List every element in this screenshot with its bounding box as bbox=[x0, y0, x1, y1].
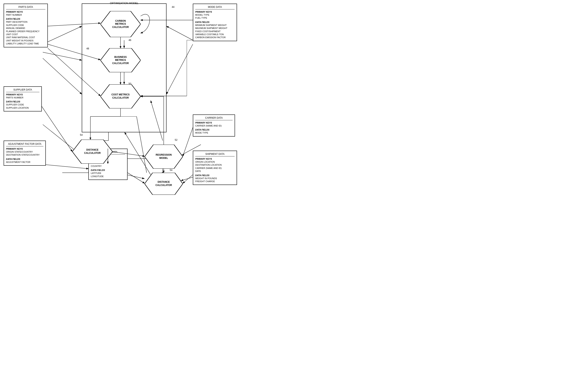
cost-metrics-label: COST METRICSCALCULATOR bbox=[112, 93, 130, 99]
shipment-data-box: SHIPMENT DATA PRIMARY KEYS ORIGIN LOCATI… bbox=[193, 151, 237, 185]
svg-line-3 bbox=[43, 26, 82, 44]
shipment-pk-3: CARRIER (NAME AND ID) bbox=[195, 167, 235, 170]
mode-df-label: DATA FIELDS bbox=[195, 21, 235, 23]
label-54b: 54 bbox=[170, 169, 172, 171]
svg-line-44 bbox=[46, 165, 88, 169]
shipment-df-label: DATA FIELDS bbox=[195, 174, 235, 177]
supplier-data-box: SUPPLIER DATA PRIMARY KEYS PARTS NUMBER … bbox=[4, 86, 42, 112]
parts-primary-keys-label: PRIMARY KEYS bbox=[6, 11, 45, 13]
shipment-pk-2: DESTINATION LOCATION bbox=[195, 164, 235, 167]
mode-data-title: MODE DATA bbox=[195, 6, 235, 9]
label-46: 46 bbox=[128, 39, 131, 42]
location-df-label: DATA FIELDS bbox=[91, 169, 125, 171]
business-metrics-label: BUSINESSMETRICSCALCULATOR bbox=[112, 56, 129, 65]
parts-df-3: ANNUAL DEMAND bbox=[6, 27, 45, 30]
diagram: PARTS DATA PRIMARY KEYS PART NUMBER DATA… bbox=[0, 0, 282, 196]
svg-line-18 bbox=[151, 100, 163, 140]
location-df-1: LATITUDE bbox=[91, 172, 125, 175]
svg-line-4 bbox=[43, 52, 82, 60]
carrier-df-label: DATA FIELDS bbox=[195, 128, 233, 131]
parts-df-7: UNIT WEIGHT IN POUNDS bbox=[6, 39, 45, 42]
carbon-metrics-label: CARBONMETRICSCALCULATOR bbox=[112, 19, 129, 29]
adjustment-pk-2: DESTINATION STATE/COUNTRY bbox=[6, 154, 43, 156]
regression-model-hexagon: REGRESSIONMODEL bbox=[145, 145, 183, 169]
shipment-df-2: FREIGHT CHARGE bbox=[195, 180, 235, 183]
svg-line-5 bbox=[43, 58, 82, 94]
cost-metrics-hexagon: COST METRICSCALCULATOR bbox=[100, 84, 141, 109]
parts-df-5: UNIT COST bbox=[6, 33, 45, 36]
parts-df-6: UNIT RAW MATERIAL COST bbox=[6, 36, 45, 39]
svg-line-42 bbox=[42, 106, 72, 152]
mode-pk-2: FUEL TYPE bbox=[195, 16, 235, 19]
label-44: 44 bbox=[172, 6, 174, 8]
supplier-df-2: SUPPLIER LOCATION bbox=[6, 106, 39, 110]
parts-pk-1: PART NUMBER bbox=[6, 14, 45, 16]
supplier-df-label: DATA FIELDS bbox=[6, 100, 39, 103]
adjustment-df-1: ADJUSTMENT FACTOR bbox=[6, 161, 43, 164]
parts-data-fields-label: DATA FIELDS bbox=[6, 18, 45, 20]
parts-data-box: PARTS DATA PRIMARY KEYS PART NUMBER DATA… bbox=[4, 4, 48, 47]
svg-line-46 bbox=[183, 127, 193, 156]
parts-df-4: PLANNED ORDER FREQUENCY bbox=[6, 30, 45, 33]
svg-line-8 bbox=[166, 26, 193, 40]
business-metrics-hexagon: BUSINESSMETRICSCALCULATOR bbox=[100, 48, 141, 72]
shipment-pk-4: DATE bbox=[195, 170, 235, 173]
optimization-model-title: OPTIMIZATION MODEL bbox=[82, 2, 166, 5]
supplier-df-1: SUPPLIER CODE bbox=[6, 103, 39, 106]
adjustment-factor-box: ADJUSTMENT FACTOR DATA PRIMARY KEYS ORIG… bbox=[4, 140, 46, 166]
adjustment-df-label: DATA FIELDS bbox=[6, 158, 43, 160]
svg-line-32 bbox=[48, 48, 100, 96]
svg-line-31 bbox=[48, 44, 100, 60]
mode-df-3: FIXED COST/SHIPMENT bbox=[195, 30, 235, 33]
mode-df-4: VARIABLE COST/MILE-TON bbox=[195, 33, 235, 36]
svg-line-20 bbox=[127, 175, 145, 179]
distance-calc-2-label: DISTANCECALCULATOR bbox=[155, 181, 172, 187]
parts-df-1: PART DESCRIPTION bbox=[6, 20, 45, 24]
carbon-metrics-hexagon: CARBONMETRICSCALCULATOR bbox=[100, 11, 141, 37]
mode-pk-1: MODEL TYPE bbox=[195, 14, 235, 16]
svg-line-9 bbox=[166, 44, 193, 94]
location-df-2: LONGITUDE bbox=[91, 175, 125, 178]
adjustment-title: ADJUSTMENT FACTOR DATA bbox=[6, 143, 43, 146]
regression-model-label: REGRESSIONMODEL bbox=[156, 154, 172, 160]
parts-df-2: SUPPLIER CODE bbox=[6, 24, 45, 27]
adjustment-pk-label: PRIMARY KEYS bbox=[6, 148, 43, 150]
supplier-pk-1: PARTS NUMBER bbox=[6, 96, 39, 99]
mode-df-1: MINIMUM SHIPMENT WEIGHT bbox=[195, 24, 235, 27]
carrier-data-box: CARRIER DATA PRIMARY KEYS CARRIER (NAME … bbox=[193, 114, 235, 137]
distance-calc-1-label: DISTANCECALCULATOR bbox=[84, 148, 101, 155]
carrier-title: CARRIER DATA bbox=[195, 116, 233, 120]
supplier-data-title: SUPPLIER DATA bbox=[6, 88, 39, 92]
location-pk-3: COUNTRY bbox=[91, 165, 125, 168]
shipment-pk-label: PRIMARY KEYS bbox=[195, 158, 235, 160]
svg-line-50 bbox=[127, 173, 145, 183]
label-54a: 54 bbox=[80, 134, 83, 136]
shipment-df-1: WEIGHT IN POUNDS bbox=[195, 177, 235, 180]
mode-pk-label: PRIMARY KEYS bbox=[195, 11, 235, 13]
parts-data-title: PARTS DATA bbox=[6, 6, 45, 9]
parts-df-8: LIABILITY LIABILITY LEAD TIME bbox=[6, 42, 45, 45]
distance-calc-1-hexagon: DISTANCECALCULATOR bbox=[72, 140, 113, 164]
mode-df-2: MAXIMUM SHIPMENT WEIGHT bbox=[195, 27, 235, 30]
supplier-pk-label: PRIMARY KEYS bbox=[6, 93, 39, 96]
carrier-pk-1: CARRIER (NAME AND ID) bbox=[195, 124, 233, 127]
mode-df-5: CARBON EMISSION FACTOR bbox=[195, 36, 235, 39]
shipment-title: SHIPMENT DATA bbox=[195, 153, 235, 156]
distance-calc-2-hexagon: DISTANCECALCULATOR bbox=[145, 173, 183, 195]
label-52: 52 bbox=[175, 139, 177, 141]
shipment-pk-1: ORIGIN LOCATION bbox=[195, 160, 235, 164]
mode-data-box: MODE DATA PRIMARY KEYS MODEL TYPE FUEL T… bbox=[193, 4, 237, 41]
svg-line-51 bbox=[183, 175, 193, 183]
svg-line-30 bbox=[48, 23, 100, 26]
carrier-df-1: MODE TYPE bbox=[195, 131, 233, 134]
carrier-pk-label: PRIMARY KEYS bbox=[195, 122, 233, 124]
label-48: 48 bbox=[86, 47, 89, 50]
adjustment-pk-1: ORIGIN STATE/COUNTRY bbox=[6, 150, 43, 154]
